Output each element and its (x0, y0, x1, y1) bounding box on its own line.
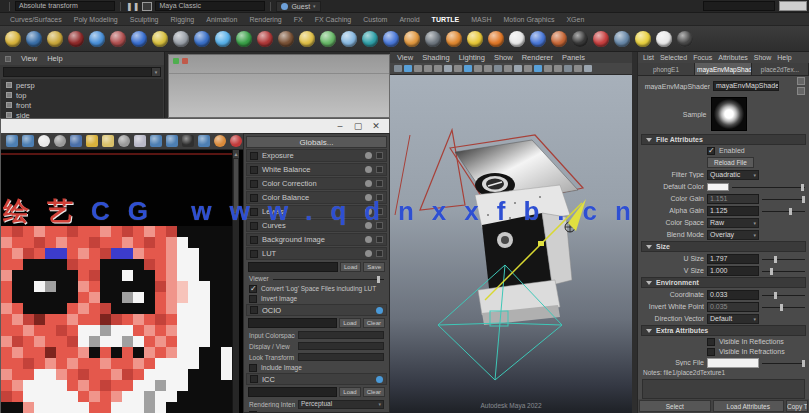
shelf-icon-31[interactable] (635, 31, 651, 47)
white-point-field[interactable]: 0.035 (707, 302, 759, 312)
icc-clear-button[interactable]: Clear (363, 387, 385, 397)
copy-tab-button[interactable]: Copy Tab (786, 400, 808, 412)
corner-widget[interactable] (779, 1, 807, 11)
shelf-icon-16[interactable] (320, 31, 336, 47)
keep-image-icon[interactable] (102, 135, 114, 147)
section-environment[interactable]: Environment (641, 277, 806, 288)
pause-icon[interactable]: ❚❚ (126, 2, 139, 11)
color-gain-slider[interactable] (762, 195, 805, 203)
white-point-slider[interactable] (762, 303, 805, 311)
info-icon[interactable] (376, 307, 383, 314)
options-icon[interactable] (376, 208, 383, 215)
region-snap-icon[interactable] (166, 135, 178, 147)
enabled-checkbox[interactable] (707, 147, 715, 155)
attribute-editor-menu-item[interactable]: Help (777, 54, 791, 61)
shelf-icon-29[interactable] (593, 31, 609, 47)
shelf-icon-5[interactable] (89, 31, 105, 47)
texture-sample-swatch[interactable] (711, 97, 747, 131)
render-view-titlebar[interactable]: – ▢ ✕ (1, 119, 389, 133)
render-view-scrollbar[interactable]: ▲ (232, 150, 239, 413)
eyedropper-icon[interactable] (134, 135, 146, 147)
preview-icon[interactable] (365, 250, 372, 257)
viewport-tool-icon[interactable] (474, 65, 482, 72)
viewport-tool-icon[interactable] (424, 65, 432, 72)
viewport-tool-icon[interactable] (534, 65, 542, 72)
focus-button[interactable] (797, 77, 805, 85)
close-icon[interactable]: ✕ (371, 121, 381, 131)
panel-grip-icon[interactable] (5, 56, 11, 62)
ocio-field-input[interactable] (298, 331, 384, 339)
viewport-tool-icon[interactable] (504, 65, 512, 72)
ipr-sphere-icon[interactable] (54, 135, 66, 147)
section-extra-attributes[interactable]: Extra Attributes (641, 325, 806, 336)
ocio-section[interactable]: OCIO (246, 304, 387, 316)
outliner-menu-item[interactable]: Help (47, 54, 62, 63)
viewport-tool-icon[interactable] (524, 65, 532, 72)
maximize-icon[interactable]: ▢ (353, 121, 363, 131)
color-gain-field[interactable]: 1.151 (707, 194, 759, 204)
shelf-icon-4[interactable] (68, 31, 84, 47)
exposure-ball-icon[interactable] (214, 135, 226, 147)
filter-type-dropdown[interactable]: Quadratic ▾ (707, 170, 759, 180)
u-size-slider[interactable] (762, 255, 805, 263)
shelf-icon-9[interactable] (173, 31, 189, 47)
icc-section[interactable]: ICC (246, 373, 387, 385)
visible-reflections-checkbox[interactable] (707, 338, 715, 346)
viewport-tool-icon[interactable] (414, 65, 422, 72)
globals-effect-row[interactable]: Exposure (246, 149, 387, 162)
viewport-menu-item[interactable]: Lighting (459, 53, 485, 62)
ocio-field-input[interactable] (298, 353, 384, 361)
shelf-icon-6[interactable] (110, 31, 126, 47)
attribute-editor-menu-item[interactable]: Attributes (718, 54, 748, 61)
shelf-tab[interactable]: TURTLE (426, 16, 466, 23)
shelf-tab[interactable]: Poly Modeling (68, 16, 124, 23)
filter-icon[interactable]: ▾ (151, 68, 160, 76)
preview-icon[interactable] (365, 208, 372, 215)
globals-effect-row[interactable]: White Balance (246, 163, 387, 176)
default-color-slider[interactable] (732, 183, 805, 191)
default-color-swatch[interactable] (707, 183, 729, 191)
globals-title[interactable]: Globals... (246, 136, 387, 148)
shelf-tab[interactable]: FX Caching (309, 16, 358, 23)
color-space-dropdown[interactable]: Raw ▾ (707, 218, 759, 228)
v-size-field[interactable]: 1.000 (707, 266, 759, 276)
viewport-menu-item[interactable]: View (397, 53, 413, 62)
shelf-tab[interactable]: Rendering (243, 16, 287, 23)
shelf-icon-14[interactable] (278, 31, 294, 47)
attribute-editor-menu-item[interactable]: Focus (693, 54, 712, 61)
shelf-icon-19[interactable] (383, 31, 399, 47)
sync-file-field[interactable] (707, 358, 759, 368)
load-button[interactable]: Load (340, 262, 361, 272)
effect-checkbox[interactable] (250, 208, 258, 216)
shelf-icon-18[interactable] (362, 31, 378, 47)
globals-effect-row[interactable]: Levels (246, 205, 387, 218)
shelf-tab[interactable]: Curves/Surfaces (4, 16, 68, 23)
viewport-tool-icon[interactable] (404, 65, 412, 72)
panel-layout-icon[interactable] (142, 2, 152, 11)
shelf-icon-2[interactable] (26, 31, 42, 47)
effect-checkbox[interactable] (250, 180, 258, 188)
viewport-tool-icon[interactable] (434, 65, 442, 72)
u-size-field[interactable]: 1.797 (707, 254, 759, 264)
effect-checkbox[interactable] (250, 236, 258, 244)
ocio-field-input[interactable] (298, 342, 384, 350)
scroll-up-icon[interactable]: ▲ (233, 150, 239, 158)
effect-checkbox[interactable] (250, 152, 258, 160)
shelf-icon-23[interactable] (467, 31, 483, 47)
save-button[interactable]: Save (363, 262, 385, 272)
render-sphere-icon[interactable] (38, 135, 50, 147)
minimize-icon[interactable]: – (335, 121, 345, 131)
globals-effect-row[interactable]: Curves (246, 219, 387, 232)
viewport-tool-icon[interactable] (584, 65, 592, 72)
shelf-tab[interactable]: XGen (560, 16, 590, 23)
outliner-item[interactable]: front (1, 100, 163, 110)
display-alpha-icon[interactable] (198, 135, 210, 147)
viewer-slider[interactable] (273, 275, 384, 283)
viewport-tool-icon[interactable] (554, 65, 562, 72)
globals-effect-row[interactable]: Background Image (246, 233, 387, 246)
viewport-menu-item[interactable]: Shading (422, 53, 450, 62)
section-file-attributes[interactable]: File Attributes (641, 134, 806, 145)
options-icon[interactable] (376, 152, 383, 159)
load-attributes-button[interactable]: Load Attributes (713, 400, 785, 412)
outliner-item[interactable]: top (1, 90, 163, 100)
